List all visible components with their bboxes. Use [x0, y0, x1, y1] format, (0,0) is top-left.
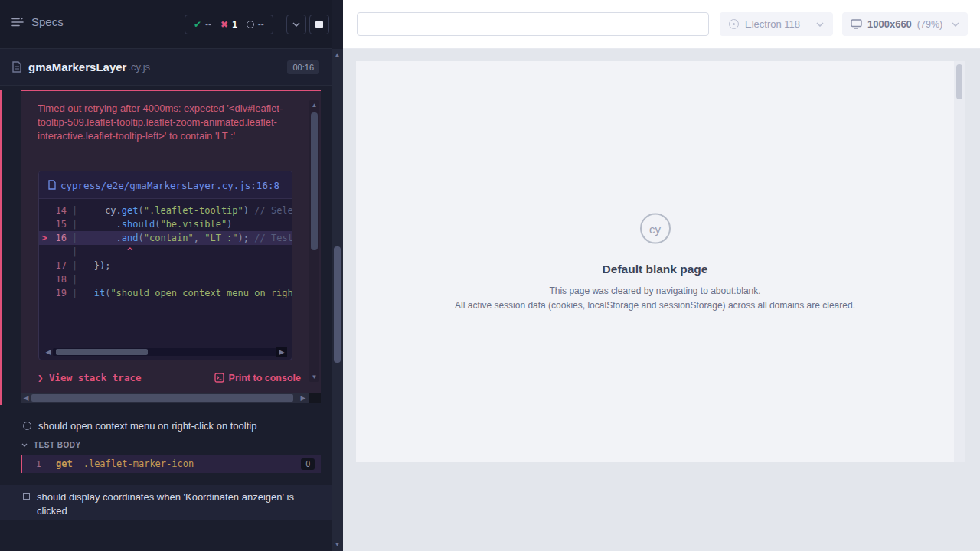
- code-line: >16| .and("contain", "LT :"); // Test: [39, 231, 292, 245]
- scroll-thumb[interactable]: [956, 64, 962, 99]
- scroll-down-icon: ▼: [332, 541, 343, 548]
- test-item[interactable]: should display coordinates when 'Koordin…: [0, 485, 332, 520]
- code-frame-file-link[interactable]: cypress/e2e/gmaMarkersLayer.cy.js:16:8: [39, 171, 292, 199]
- pending-count: --: [258, 19, 264, 30]
- print-to-console-button[interactable]: Print to console: [214, 373, 301, 383]
- specs-label: Specs: [31, 15, 64, 28]
- spec-name: gmaMarkersLayer: [28, 60, 126, 73]
- scroll-right-icon: ▶: [276, 347, 287, 357]
- error-panel: Timed out retrying after 4000ms: expecte…: [21, 90, 321, 393]
- cross-icon: ✖: [220, 19, 228, 30]
- blank-page-line2: All active session data (cookies, localS…: [356, 300, 954, 311]
- specs-menu-button[interactable]: Specs: [11, 15, 64, 28]
- code-line: 18|: [39, 272, 292, 286]
- browser-selector[interactable]: Electron 118: [720, 12, 833, 36]
- code-line: 17| });: [39, 259, 292, 272]
- chevron-down-icon: [21, 443, 28, 447]
- command-log-row[interactable]: 1 get .leaflet-marker-icon 0: [21, 455, 321, 473]
- test-running-icon: [23, 422, 31, 430]
- test-title: should open context menu on right-click …: [38, 420, 256, 432]
- blank-page-message: cy Default blank page This page was clea…: [356, 214, 954, 311]
- stat-pending: --: [247, 19, 264, 30]
- collapse-all-button[interactable]: [286, 15, 306, 34]
- pending-icon: [247, 21, 254, 28]
- cypress-logo: cy: [640, 214, 671, 244]
- reporter-sidebar: Specs ✔ -- ✖ 1 --: [0, 0, 343, 551]
- url-input[interactable]: [357, 12, 709, 36]
- viewport-selector[interactable]: 1000x660 (79%): [842, 12, 968, 36]
- cypress-app: Specs ✔ -- ✖ 1 --: [0, 0, 980, 551]
- scroll-track: [31, 393, 298, 403]
- test-queued-icon: [23, 493, 30, 500]
- scroll-thumb[interactable]: [334, 246, 341, 363]
- chevron-down-icon: [952, 22, 959, 27]
- code-lines: 14| cy.get(".leaflet-tooltip") // Sele 1…: [39, 199, 292, 300]
- test-body-toggle[interactable]: TEST BODY: [0, 437, 332, 452]
- chevron-down-icon: [292, 22, 300, 27]
- error-message: Timed out retrying after 4000ms: expecte…: [38, 102, 287, 143]
- aut-container: cy Default blank page This page was clea…: [343, 49, 980, 551]
- scrollbar-corner: [309, 393, 321, 403]
- viewport-zoom: (79%): [917, 19, 942, 30]
- blank-page-line1: This page was cleared by navigating to a…: [356, 285, 954, 296]
- viewport-icon: [851, 19, 862, 29]
- viewport-size: 1000x660: [867, 18, 912, 30]
- code-frame: cypress/e2e/gmaMarkersLayer.cy.js:16:8 1…: [38, 171, 292, 360]
- stop-run-button[interactable]: [309, 15, 329, 34]
- scroll-track: [53, 348, 276, 356]
- file-icon: [48, 180, 56, 190]
- error-horizontal-scrollbar[interactable]: ◀ ▶: [21, 393, 321, 403]
- scroll-down-icon: ▼: [309, 373, 319, 380]
- test-item[interactable]: should open context menu on right-click …: [0, 416, 332, 435]
- scroll-up-icon: ▲: [332, 51, 343, 58]
- failed-count: 1: [232, 19, 237, 30]
- code-line: 14| cy.get(".leaflet-tooltip") // Sele: [39, 204, 292, 217]
- electron-browser-icon: [729, 19, 739, 29]
- console-icon: [214, 373, 224, 383]
- blank-page-title: Default blank page: [356, 262, 954, 276]
- code-frame-file-path: cypress/e2e/gmaMarkersLayer.cy.js:16:8: [60, 180, 279, 191]
- code-horizontal-scrollbar[interactable]: ◀ ▶: [44, 347, 287, 357]
- scroll-thumb[interactable]: [56, 349, 148, 355]
- code-line: 19| it("should open context menu on righ: [39, 286, 292, 300]
- chevron-down-icon: [816, 22, 824, 27]
- aut-vertical-scrollbar[interactable]: [954, 61, 965, 462]
- stat-passed: ✔ --: [194, 19, 211, 30]
- cypress-logo-text: cy: [649, 222, 661, 235]
- specs-list-icon: [11, 17, 24, 28]
- code-line: 15| .should("be.visible"): [39, 217, 292, 231]
- scroll-thumb[interactable]: [311, 112, 318, 250]
- scroll-up-icon: ▲: [309, 102, 319, 109]
- scroll-left-icon: ◀: [21, 394, 31, 402]
- spec-extension: .cy.js: [128, 61, 150, 73]
- browser-toolbar: Electron 118 1000x660 (79%): [343, 0, 980, 49]
- scroll-thumb[interactable]: [31, 394, 293, 402]
- reporter-vertical-scrollbar[interactable]: ▲ ▼: [332, 49, 343, 551]
- error-vertical-scrollbar[interactable]: ▲ ▼: [309, 100, 319, 382]
- stack-trace-label: View stack trace: [49, 372, 141, 383]
- test-title: should display coordinates when 'Koordin…: [37, 491, 302, 520]
- command-method: get: [56, 458, 73, 469]
- print-to-console-label: Print to console: [229, 373, 301, 383]
- view-stack-trace-link[interactable]: ❯ View stack trace: [38, 372, 141, 383]
- spec-header: gmaMarkersLayer .cy.js 00:16: [0, 49, 332, 86]
- command-args: .leaflet-marker-icon: [83, 458, 194, 469]
- error-footer: ❯ View stack trace Print to console: [38, 372, 301, 383]
- scroll-left-icon: ◀: [44, 348, 53, 356]
- spec-duration-badge: 00:16: [287, 60, 319, 74]
- test-stats: ✔ -- ✖ 1 --: [185, 15, 273, 34]
- test-body-label: TEST BODY: [34, 441, 81, 449]
- passed-count: --: [205, 19, 211, 30]
- code-line: | ^: [39, 245, 292, 259]
- stop-icon: [315, 21, 323, 28]
- check-icon: ✔: [194, 19, 201, 30]
- command-number: 1: [36, 459, 47, 469]
- command-count-badge: 0: [301, 458, 315, 470]
- stat-failed: ✖ 1: [220, 19, 237, 30]
- aut-iframe: cy Default blank page This page was clea…: [356, 61, 965, 462]
- browser-name: Electron 118: [745, 18, 800, 30]
- reporter-header: Specs ✔ -- ✖ 1 --: [0, 0, 332, 49]
- spec-file-icon: [12, 61, 21, 73]
- scroll-right-icon: ▶: [298, 394, 309, 402]
- failed-test-indicator: [0, 90, 2, 405]
